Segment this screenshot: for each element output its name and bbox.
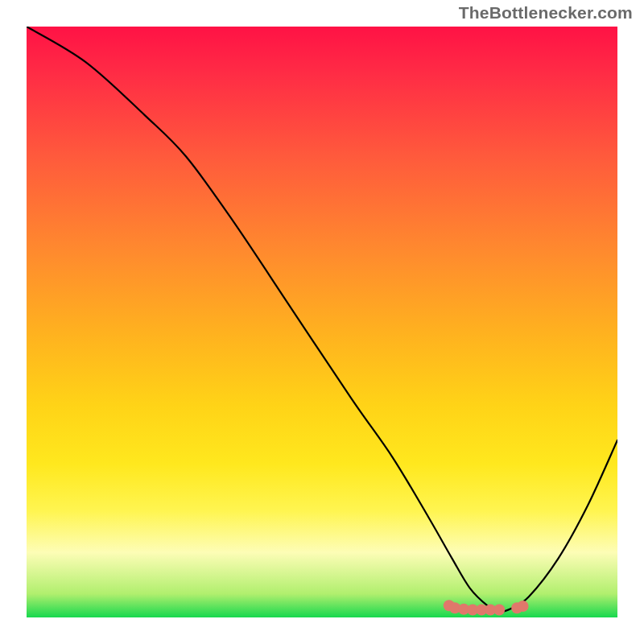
marker-cluster xyxy=(444,600,529,615)
bottleneck-curve xyxy=(27,27,617,612)
plot-area xyxy=(27,27,617,617)
watermark-text: TheBottlenecker.com xyxy=(459,3,633,23)
chart-frame: TheBottlenecker.com xyxy=(0,0,644,644)
marker-dot xyxy=(493,604,505,615)
marker-dot xyxy=(518,601,529,612)
chart-svg xyxy=(27,27,617,617)
